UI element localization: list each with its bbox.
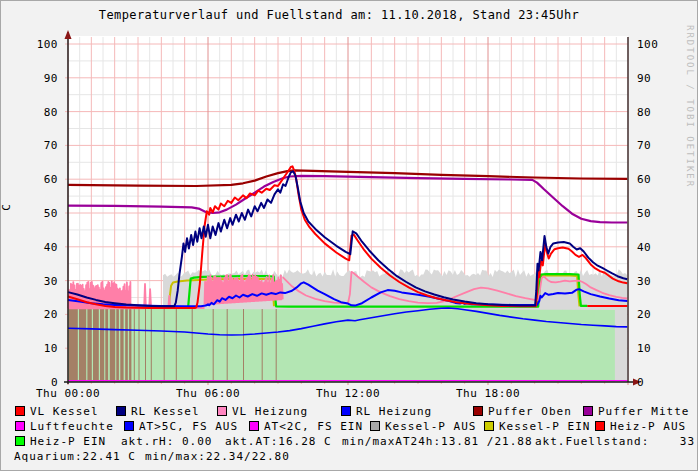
legend-label: akt.AT:16.28 C (225, 435, 332, 448)
y-tick-label: 100 (26, 38, 58, 51)
y-tick-label: 80 (637, 106, 677, 119)
legend-item: AT>5C, FS AUS (124, 420, 238, 432)
legend-swatch (15, 436, 25, 446)
legend-item: Kessel-P AUS (370, 420, 476, 432)
y-tick-label: 30 (26, 275, 58, 288)
legend-label: Luftfeuchte (30, 420, 114, 433)
legend-item: Puffer Oben (473, 405, 572, 417)
legend-label: Kessel-P EIN (499, 420, 590, 433)
chart-plot (1, 1, 698, 471)
legend-label: Heiz-P AUS (610, 420, 686, 433)
legend-stat: akt.Fuellstand: 33 (535, 435, 695, 447)
legend-item: RL Heizung (341, 405, 432, 417)
legend-stat: min/max:22.34/22.80 (145, 450, 290, 462)
legend-item: Puffer Mitte (583, 405, 689, 417)
legend-stat: akt.rH: 0.00 (121, 435, 212, 447)
y-tick-label: 20 (26, 308, 58, 321)
y-tick-label: 40 (26, 241, 58, 254)
y-tick-label: 30 (637, 275, 677, 288)
legend-item: Kessel-P EIN (484, 420, 590, 432)
legend-label: Puffer Oben (488, 405, 572, 418)
legend-swatch (217, 406, 227, 416)
legend-label: RL Heizung (356, 405, 432, 418)
y-tick-label: 100 (637, 38, 677, 51)
legend-item: Heiz-P EIN (15, 435, 106, 447)
legend-label: VL Heizung (232, 405, 308, 418)
y-tick-label: 20 (637, 308, 677, 321)
y-tick-label: 90 (26, 72, 58, 85)
x-tick-label: Thu 00:00 (36, 387, 100, 400)
y-tick-label: 10 (26, 342, 58, 355)
legend-label: RL Kessel (131, 405, 200, 418)
legend-stat: Aquarium:22.41 C (14, 450, 136, 462)
legend-swatch (116, 406, 126, 416)
rrdtool-graph: Temperaturverlauf und Fuellstand am: 11.… (0, 0, 698, 471)
legend-label: Kessel-P AUS (385, 420, 476, 433)
legend-swatch (124, 421, 134, 431)
chart-title: Temperaturverlauf und Fuellstand am: 11.… (1, 8, 677, 22)
y-tick-label: 50 (637, 207, 677, 220)
legend-item: VL Kessel (15, 405, 99, 417)
legend-swatch (15, 421, 25, 431)
legend-item: RL Kessel (116, 405, 200, 417)
y-tick-label: 90 (637, 72, 677, 85)
legend-label: VL Kessel (30, 405, 99, 418)
legend-stat: min/maxAT24h:13.81 /21.88 (342, 435, 533, 447)
y-tick-label: 80 (26, 106, 58, 119)
y-axis-arrow (65, 30, 72, 39)
legend-label: min/max:22.34/22.80 (145, 450, 290, 463)
legend-item: Heiz-P AUS (595, 420, 686, 432)
legend-swatch (370, 421, 380, 431)
legend-label: AT<2C, FS EIN (264, 420, 363, 433)
y-tick-label: 70 (26, 139, 58, 152)
y-tick-label: 70 (637, 139, 677, 152)
legend-label: Heiz-P EIN (30, 435, 106, 448)
x-tick-label: Thu 12:00 (316, 387, 380, 400)
y-tick-label: 60 (26, 173, 58, 186)
legend-label: Aquarium:22.41 C (14, 450, 136, 463)
legend-label: akt.Fuellstand: 33 (535, 435, 695, 448)
legend-item: VL Heizung (217, 405, 308, 417)
legend-swatch (583, 406, 593, 416)
x-tick-label: Thu 06:00 (176, 387, 240, 400)
legend-swatch (15, 406, 25, 416)
legend-item: Luftfeuchte (15, 420, 114, 432)
y-tick-label: 50 (26, 207, 58, 220)
legend-item: AT<2C, FS EIN (249, 420, 363, 432)
legend-label: AT>5C, FS AUS (139, 420, 238, 433)
rrdtool-watermark: RRDTOOL / TOBI OETIKER (685, 25, 695, 188)
legend-swatch (595, 421, 605, 431)
y-tick-label: 40 (637, 241, 677, 254)
legend-swatch (473, 406, 483, 416)
legend-swatch (341, 406, 351, 416)
x-tick-label: Thu 18:00 (456, 387, 520, 400)
y-tick-label: 10 (637, 342, 677, 355)
legend-label: akt.rH: 0.00 (121, 435, 212, 448)
legend-stat: akt.AT:16.28 C (225, 435, 332, 447)
legend-label: Puffer Mitte (598, 405, 689, 418)
y-tick-label: 0 (637, 376, 677, 389)
legend-swatch (249, 421, 259, 431)
legend-label: min/maxAT24h:13.81 /21.88 (342, 435, 533, 448)
y-tick-label: 60 (637, 173, 677, 186)
legend-swatch (484, 421, 494, 431)
y-axis-unit-label: C (0, 204, 13, 211)
